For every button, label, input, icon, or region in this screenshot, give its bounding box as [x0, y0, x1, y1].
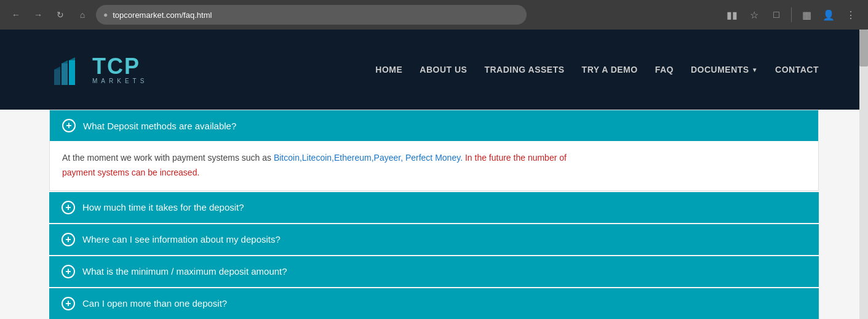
main-content: + What Deposit methods are available? At… — [0, 110, 868, 319]
scrollbar-thumb[interactable] — [859, 30, 868, 67]
reload-button[interactable]: ↻ — [52, 6, 69, 23]
svg-rect-1 — [62, 63, 68, 85]
faq-row-plus-0: + — [62, 201, 75, 214]
svg-rect-0 — [54, 70, 60, 85]
nav-documents[interactable]: DOCUMENTS ▼ — [691, 65, 758, 75]
address-bar[interactable]: ● topcoremarket.com/faq.html — [96, 5, 527, 25]
faq-expanded-question: What Deposit methods are available? — [83, 121, 236, 131]
logo-text: TCP MARKETS — [92, 55, 148, 84]
answer-part1: At the moment we work with payment syste… — [62, 153, 274, 163]
more-menu-icon[interactable]: ⋮ — [841, 5, 861, 25]
nav-home[interactable]: HOME — [375, 65, 402, 75]
nav-trading-assets[interactable]: TRADING ASSETS — [484, 65, 564, 75]
logo-area: TCP MARKETS — [49, 51, 148, 88]
answer-part2: In the future the number of — [463, 153, 567, 163]
faq-row-2[interactable]: + What is the minimum / maximum deposit … — [49, 256, 819, 287]
faq-row-text-0: How much time it takes for the deposit? — [82, 202, 244, 212]
site-content: TCP MARKETS HOME ABOUT US TRADING ASSETS… — [0, 30, 868, 319]
faq-row-1[interactable]: + Where can I see information about my d… — [49, 224, 819, 255]
faq-answer: At the moment we work with payment syste… — [50, 141, 818, 190]
answer-highlight2: payment systems can be increased. — [62, 168, 199, 177]
back-button[interactable]: ← — [7, 6, 25, 23]
logo-markets: MARKETS — [92, 78, 148, 84]
faq-row-plus-2: + — [62, 265, 75, 278]
lock-icon: ● — [103, 10, 108, 19]
browser-chrome: ← → ↻ ⌂ ● topcoremarket.com/faq.html ▮▮ … — [0, 0, 868, 30]
extension-icon[interactable]: □ — [766, 5, 786, 25]
profile-icon[interactable]: 👤 — [819, 5, 838, 25]
sidebar-icon[interactable]: ▦ — [797, 5, 816, 25]
nav-menu: HOME ABOUT US TRADING ASSETS TRY A DEMO … — [375, 65, 819, 75]
site-header: TCP MARKETS HOME ABOUT US TRADING ASSETS… — [0, 30, 868, 110]
nav-contact[interactable]: CONTACT — [775, 65, 819, 75]
url-text: topcoremarket.com/faq.html — [113, 10, 212, 20]
svg-marker-5 — [69, 57, 75, 60]
documents-dropdown-arrow: ▼ — [752, 67, 758, 73]
logo-tcp: TCP — [92, 55, 148, 78]
answer-highlight1: Bitcoin,Litecoin,Ethereum,Payeer, Perfec… — [274, 153, 463, 163]
svg-marker-4 — [62, 60, 68, 63]
faq-row-0[interactable]: + How much time it takes for the deposit… — [49, 192, 819, 223]
faq-plus-icon: + — [62, 119, 76, 132]
faq-row-3[interactable]: + Can I open more than one deposit? — [49, 288, 819, 319]
faq-expanded-header[interactable]: + What Deposit methods are available? — [50, 110, 818, 141]
cast-icon[interactable]: ▮▮ — [722, 5, 742, 25]
logo-svg — [49, 51, 86, 88]
faq-row-plus-1: + — [62, 233, 75, 246]
svg-marker-3 — [54, 67, 60, 70]
faq-row-text-1: Where can I see information about my dep… — [82, 234, 281, 244]
bookmark-icon[interactable]: ☆ — [744, 5, 764, 25]
nav-try-demo[interactable]: TRY A DEMO — [582, 65, 638, 75]
faq-expanded-item: + What Deposit methods are available? At… — [49, 110, 819, 191]
svg-rect-2 — [69, 60, 75, 85]
nav-faq[interactable]: FAQ — [655, 65, 674, 75]
browser-actions: ▮▮ ☆ □ ▦ 👤 ⋮ — [722, 5, 861, 25]
nav-about-us[interactable]: ABOUT US — [420, 65, 467, 75]
forward-button[interactable]: → — [30, 6, 47, 23]
scrollbar-track[interactable] — [859, 30, 868, 319]
faq-row-text-2: What is the minimum / maximum deposit am… — [82, 266, 287, 277]
home-button[interactable]: ⌂ — [74, 6, 91, 23]
faq-row-plus-3: + — [62, 297, 75, 310]
faq-row-text-3: Can I open more than one deposit? — [82, 298, 227, 309]
